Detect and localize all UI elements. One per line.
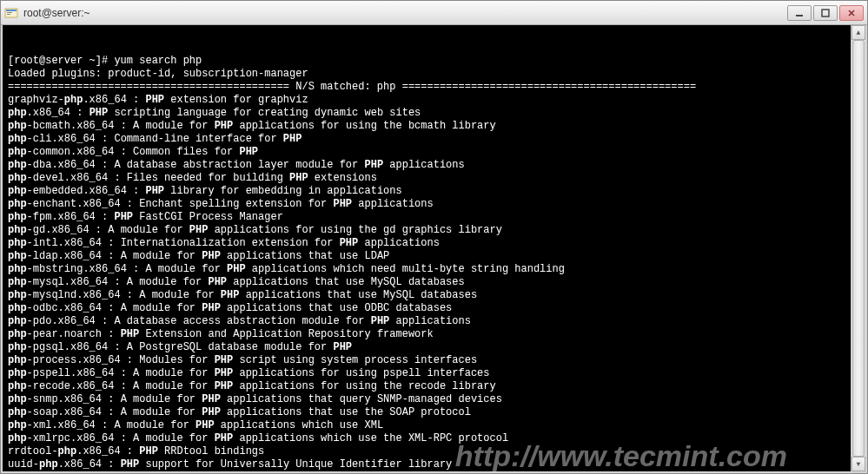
svg-rect-1 — [6, 10, 17, 11]
titlebar[interactable]: root@server:~ — [1, 1, 867, 25]
terminal-output: [root@server ~]# yum search php Loaded p… — [8, 55, 860, 471]
svg-rect-3 — [7, 14, 10, 15]
window-controls — [787, 5, 864, 21]
svg-rect-4 — [796, 15, 803, 16]
prompt: [root@server ~]# — [8, 55, 114, 67]
svg-rect-2 — [7, 12, 12, 13]
app-icon — [4, 6, 18, 20]
svg-rect-5 — [822, 10, 829, 16]
terminal-window: root@server:~ [root@server ~]# yum searc… — [0, 0, 868, 474]
close-button[interactable] — [839, 5, 864, 21]
scroll-up-arrow[interactable]: ▲ — [851, 25, 865, 40]
terminal-area[interactable]: [root@server ~]# yum search php Loaded p… — [1, 25, 867, 473]
window-title: root@server:~ — [23, 7, 787, 19]
minimize-button[interactable] — [787, 5, 812, 21]
maximize-button[interactable] — [813, 5, 838, 21]
